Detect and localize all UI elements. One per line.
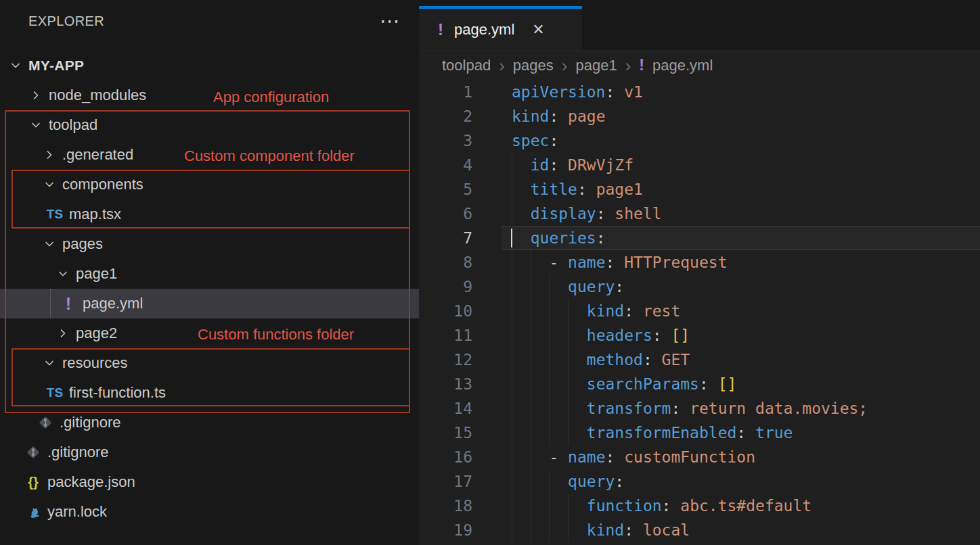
code-line-1[interactable]: 1apiVersion: v1 bbox=[419, 80, 980, 104]
chevron-down-icon bbox=[42, 177, 57, 192]
indent-guide bbox=[512, 469, 512, 494]
indent-guide bbox=[531, 250, 531, 275]
code-line-19[interactable]: 19kind: local bbox=[419, 518, 980, 542]
code-text: kind: rest bbox=[587, 299, 680, 323]
tree-item-map-tsx[interactable]: TSmap.tsx bbox=[0, 199, 419, 229]
line-number: 16 bbox=[419, 445, 472, 469]
indent-guide bbox=[568, 518, 569, 542]
explorer-header: EXPLORER ⋯ bbox=[0, 0, 419, 42]
code-line-14[interactable]: 14transform: return data.movies; bbox=[419, 396, 980, 421]
close-tab-icon[interactable]: ✕ bbox=[532, 21, 544, 39]
tree-item-label: MY-APP bbox=[28, 57, 84, 74]
indent-guide bbox=[568, 421, 569, 445]
tab-page-yml[interactable]: ! page.yml ✕ bbox=[419, 6, 582, 50]
code-text: kind: page bbox=[512, 104, 605, 128]
indent-guide bbox=[549, 469, 550, 494]
code-line-12[interactable]: 12method: GET bbox=[419, 348, 980, 372]
line-number: 4 bbox=[419, 153, 472, 177]
indent-guide bbox=[549, 348, 550, 372]
typescript-file-icon: TS bbox=[45, 384, 65, 402]
tree-item-toolpad[interactable]: toolpad bbox=[0, 110, 419, 140]
git-file-icon bbox=[35, 414, 55, 431]
indent-guide bbox=[512, 275, 512, 299]
breadcrumb-page1[interactable]: page1 bbox=[575, 57, 617, 74]
explorer-title: EXPLORER bbox=[28, 14, 104, 29]
tree-item--generated[interactable]: .generated bbox=[0, 140, 419, 170]
code-text: transform: return data.movies; bbox=[587, 396, 868, 421]
code-line-6[interactable]: 6display: shell bbox=[419, 202, 980, 226]
indent-guide bbox=[531, 445, 531, 469]
code-text: apiVersion: v1 bbox=[512, 80, 643, 104]
code-text: id: DRwVjZf bbox=[531, 153, 633, 177]
line-number: 10 bbox=[419, 299, 472, 323]
tree-item--gitignore[interactable]: .gitignore bbox=[0, 437, 419, 467]
code-line-11[interactable]: 11headers: [] bbox=[419, 323, 980, 348]
code-line-15[interactable]: 15transformEnabled: true bbox=[419, 421, 980, 445]
code-text: query: bbox=[568, 275, 624, 299]
indent-guide bbox=[549, 396, 550, 421]
code-line-7[interactable]: 7queries: bbox=[419, 226, 980, 250]
line-number: 13 bbox=[419, 372, 472, 396]
code-line-18[interactable]: 18function: abc.ts#default bbox=[419, 494, 980, 518]
indent-guide bbox=[531, 396, 531, 421]
code-line-8[interactable]: 8- name: HTTPrequest bbox=[419, 250, 980, 275]
indent-guide bbox=[568, 299, 569, 323]
indent-guide bbox=[549, 323, 550, 348]
tree-item-page1[interactable]: page1 bbox=[0, 259, 419, 289]
indent-guide bbox=[549, 299, 550, 323]
indent-guide bbox=[531, 348, 531, 372]
tree-item-package-json[interactable]: {}package.json bbox=[0, 467, 419, 497]
chevron-down-icon bbox=[28, 118, 43, 133]
line-number: 17 bbox=[419, 469, 472, 494]
yarn-file-icon bbox=[23, 503, 43, 521]
code-line-13[interactable]: 13searchParams: [] bbox=[419, 372, 980, 396]
code-text: display: shell bbox=[531, 202, 662, 226]
code-line-5[interactable]: 5title: page1 bbox=[419, 177, 980, 202]
tree-item-node-modules[interactable]: node_modules bbox=[0, 80, 419, 110]
tree-item-components[interactable]: components bbox=[0, 170, 419, 199]
indent-guide bbox=[512, 445, 512, 469]
breadcrumb-toolpad[interactable]: toolpad bbox=[442, 57, 491, 74]
indent-guide bbox=[531, 494, 531, 518]
tree-item-first-function-ts[interactable]: TSfirst-function.ts bbox=[0, 378, 419, 408]
chevron-down-icon bbox=[55, 266, 70, 281]
code-line-9[interactable]: 9query: bbox=[419, 275, 980, 299]
indent-guide bbox=[512, 153, 512, 177]
line-number: 5 bbox=[419, 177, 472, 202]
code-line-3[interactable]: 3spec: bbox=[419, 128, 980, 153]
code-line-17[interactable]: 17query: bbox=[419, 469, 980, 494]
breadcrumb-page-yml[interactable]: page.yml bbox=[652, 57, 713, 74]
indent-guide bbox=[512, 372, 512, 396]
tree-item-page-yml[interactable]: !page.yml bbox=[0, 289, 419, 318]
indent-guide bbox=[512, 177, 512, 202]
breadcrumb-pages[interactable]: pages bbox=[513, 57, 554, 74]
typescript-file-icon: TS bbox=[45, 206, 65, 223]
more-actions-icon[interactable]: ⋯ bbox=[380, 11, 401, 31]
indent-guide bbox=[568, 323, 569, 348]
indent-guide bbox=[568, 494, 569, 518]
tree-item-yarn-lock[interactable]: yarn.lock bbox=[0, 497, 419, 527]
tree-item--gitignore[interactable]: .gitignore bbox=[0, 408, 419, 437]
line-number: 14 bbox=[419, 396, 472, 421]
indent-guide bbox=[531, 372, 531, 396]
indent-guide bbox=[531, 323, 531, 348]
indent-guide bbox=[512, 250, 512, 275]
line-number: 7 bbox=[419, 226, 472, 250]
tree-item-resources[interactable]: resources bbox=[0, 348, 419, 378]
vscode-window: EXPLORER ⋯ MY-APPnode_modulestoolpad.gen… bbox=[0, 0, 980, 545]
indent-guide bbox=[531, 518, 531, 542]
tree-item-page2[interactable]: page2 bbox=[0, 318, 419, 348]
tab-label: page.yml bbox=[454, 21, 514, 39]
code-area[interactable]: 1apiVersion: v12kind: page3spec:4id: DRw… bbox=[419, 80, 980, 542]
indent-guide bbox=[549, 494, 550, 518]
tree-item-label: pages bbox=[62, 235, 103, 253]
code-line-10[interactable]: 10kind: rest bbox=[419, 299, 980, 323]
git-file-icon bbox=[23, 444, 43, 461]
tree-item-pages[interactable]: pages bbox=[0, 229, 419, 259]
code-line-16[interactable]: 16- name: customFunction bbox=[419, 445, 980, 469]
code-line-4[interactable]: 4id: DRwVjZf bbox=[419, 153, 980, 177]
indent-guide bbox=[512, 396, 512, 421]
tree-item-my-app[interactable]: MY-APP bbox=[0, 51, 419, 80]
code-line-2[interactable]: 2kind: page bbox=[419, 104, 980, 128]
chevron-down-icon bbox=[42, 237, 57, 252]
